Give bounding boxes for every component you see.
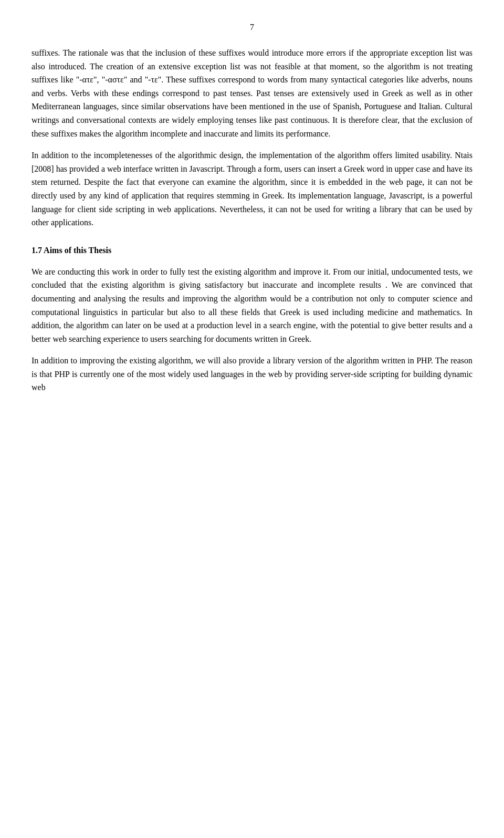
page-number: 7 <box>32 21 472 34</box>
page: 7 suffixes. The rationale was that the i… <box>0 0 504 838</box>
paragraph-1: suffixes. The rationale was that the inc… <box>32 46 472 140</box>
section-paragraph-2: In addition to improving the existing al… <box>32 354 472 394</box>
paragraph-2: In addition to the incompletenesses of t… <box>32 149 472 229</box>
section-heading-text: 1.7 Aims of this Thesis <box>32 246 111 255</box>
section-paragraph-1: We are conducting this work in order to … <box>32 265 472 346</box>
section-heading-1-7: 1.7 Aims of this Thesis <box>32 244 472 257</box>
